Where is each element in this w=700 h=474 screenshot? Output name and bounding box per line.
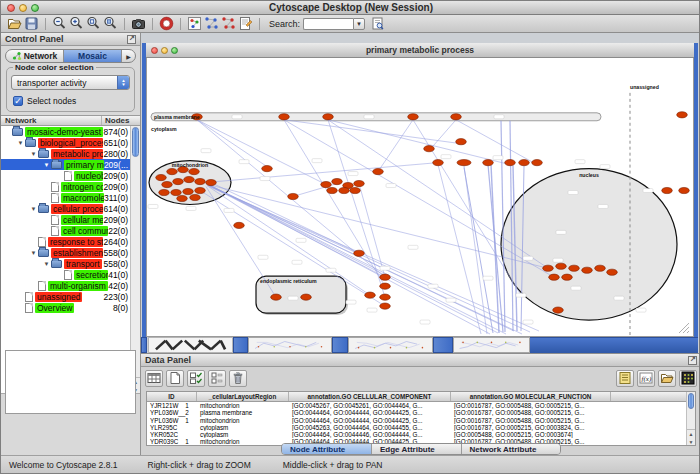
graph-node[interactable] — [556, 263, 567, 269]
disclosure-triangle-icon[interactable]: ▼ — [42, 162, 51, 168]
tree-row[interactable]: ▼transport558(0) — [1, 258, 140, 269]
node-color-dropdown[interactable]: transporter activity ▲▼ — [11, 75, 130, 90]
tree-row[interactable]: ▼biological_process651(0) — [1, 137, 140, 148]
graph-node[interactable] — [569, 265, 580, 271]
graph-node[interactable] — [195, 178, 206, 184]
select-rows-icon[interactable] — [208, 370, 226, 387]
tree-header-network[interactable]: Network — [1, 116, 102, 125]
graph-node[interactable] — [354, 180, 365, 186]
graph-node[interactable] — [595, 265, 606, 271]
tree-row[interactable]: unassigned223(0) — [1, 291, 140, 302]
graph-node[interactable] — [173, 178, 184, 184]
graph-node[interactable] — [424, 146, 435, 152]
graph-node[interactable] — [553, 307, 564, 313]
tree-row[interactable]: nucleobase-209(0) — [1, 170, 140, 181]
table-scrollbar-arrows[interactable]: ▲▼ — [687, 429, 695, 445]
network-frame-titlebar[interactable]: primary metabolic process — [146, 43, 694, 58]
table-scrollbar-thumb[interactable] — [688, 393, 694, 409]
graph-node[interactable] — [457, 160, 471, 166]
tree-row[interactable]: ▼cellular process614(0) — [1, 203, 140, 214]
tree-row[interactable]: mosaic-demo-yeast874(0) — [1, 126, 140, 137]
graph-node[interactable] — [456, 139, 467, 145]
graph-node[interactable] — [271, 294, 282, 300]
zoom-selected-icon[interactable] — [102, 16, 119, 32]
table-row[interactable]: YPL036W__1mitochondrion[GO:0044464, GO:0… — [147, 417, 695, 424]
graph-node[interactable] — [177, 195, 188, 201]
snapshot-camera-icon[interactable] — [130, 16, 147, 32]
tab-network-attribute-browser[interactable]: Network Attribute Browser — [462, 444, 560, 454]
zoom-in-icon[interactable] — [68, 16, 85, 32]
graph-node[interactable] — [408, 114, 419, 120]
graph-node[interactable] — [327, 187, 338, 193]
disclosure-triangle-icon[interactable]: ▼ — [29, 250, 38, 256]
graph-node[interactable] — [332, 178, 343, 184]
disclosure-triangle-icon[interactable]: ▼ — [29, 206, 38, 212]
table-row[interactable]: YLR295Ccytoplasm[GO:0045263, GO:0044464,… — [147, 424, 695, 431]
graph-node[interactable] — [189, 169, 200, 175]
search-input[interactable] — [303, 18, 353, 30]
disclosure-triangle-icon[interactable]: ▼ — [29, 151, 38, 157]
graph-node[interactable] — [354, 250, 365, 256]
graph-node[interactable] — [543, 265, 554, 271]
network-view-frame[interactable]: primary metabolic process plasma membran… — [142, 43, 698, 337]
table-column-header[interactable]: annotation.GO MOLECULAR_FUNCTION — [451, 392, 611, 401]
help-lifesaver-icon[interactable] — [158, 16, 175, 32]
vizmapper-icon[interactable] — [186, 16, 203, 32]
graph-node[interactable] — [171, 189, 182, 195]
zoom-fit-icon[interactable] — [85, 16, 102, 32]
search-config-icon[interactable] — [369, 16, 386, 32]
graph-node[interactable] — [483, 160, 494, 166]
table-row[interactable]: YKR052Ccytoplasm[GO:0044464, GO:0044446,… — [147, 431, 695, 438]
tree-header-nodes[interactable]: Nodes — [102, 116, 140, 125]
graph-node[interactable] — [607, 269, 618, 275]
search-dropdown-arrow[interactable]: ▼ — [353, 18, 365, 30]
background-window-deep[interactable] — [530, 337, 698, 353]
graph-node[interactable] — [679, 187, 690, 193]
graph-node[interactable] — [380, 294, 391, 300]
disclosure-triangle-icon[interactable]: ▼ — [16, 140, 25, 146]
graph-node[interactable] — [380, 303, 391, 309]
import-attributes-icon[interactable] — [658, 370, 676, 387]
background-window-mini-2[interactable] — [348, 337, 433, 353]
birdseye-view-panel[interactable] — [5, 350, 136, 414]
function-builder-icon[interactable]: f(x) — [637, 370, 655, 387]
graph-node[interactable] — [279, 114, 290, 120]
graph-node[interactable] — [433, 160, 444, 166]
graph-node[interactable] — [323, 114, 334, 120]
matrix-icon[interactable] — [679, 370, 697, 387]
save-icon[interactable] — [23, 16, 40, 32]
delete-attribute-icon[interactable] — [229, 370, 247, 387]
tab-network[interactable]: Network — [6, 50, 64, 62]
graph-node[interactable] — [339, 187, 350, 193]
graph-node[interactable] — [549, 274, 560, 280]
table-column-header[interactable]: ID — [147, 392, 197, 401]
graph-node[interactable] — [662, 187, 673, 193]
background-window-swoosh[interactable] — [148, 337, 233, 353]
float-panel-icon[interactable] — [127, 35, 136, 44]
graph-node[interactable] — [288, 193, 299, 199]
tree-row[interactable]: cellular metabo209(0) — [1, 214, 140, 225]
graph-node[interactable] — [505, 160, 516, 166]
graph-node[interactable] — [262, 166, 273, 172]
network-canvas[interactable]: plasma membranecytoplasmmitochondrionnuc… — [146, 58, 694, 337]
float-panel-icon[interactable] — [688, 356, 697, 365]
disclosure-triangle-icon[interactable]: ▼ — [42, 261, 51, 267]
graph-node[interactable] — [156, 174, 167, 180]
graph-node[interactable] — [167, 169, 178, 175]
tree-row[interactable]: ▼metabolic process280(0) — [1, 148, 140, 159]
annotation-icon[interactable] — [237, 16, 254, 32]
tab-node-attribute-browser[interactable]: Node Attribute Browser — [282, 444, 372, 454]
layout-blue-icon[interactable] — [203, 16, 220, 32]
graph-node[interactable] — [301, 294, 312, 300]
graph-node[interactable] — [195, 187, 206, 193]
select-nodes-checkbox[interactable]: ✓ — [13, 96, 23, 106]
background-window-mini-1[interactable] — [248, 337, 332, 353]
graph-node[interactable] — [380, 283, 391, 289]
tree-row[interactable]: Overview8(0) — [1, 302, 140, 313]
graph-node[interactable] — [190, 194, 201, 200]
background-window-mini-3[interactable] — [453, 337, 530, 353]
graph-node[interactable] — [532, 160, 543, 166]
new-attribute-icon[interactable] — [166, 370, 184, 387]
layout-red-icon[interactable] — [220, 16, 237, 32]
graph-node[interactable] — [321, 181, 332, 187]
